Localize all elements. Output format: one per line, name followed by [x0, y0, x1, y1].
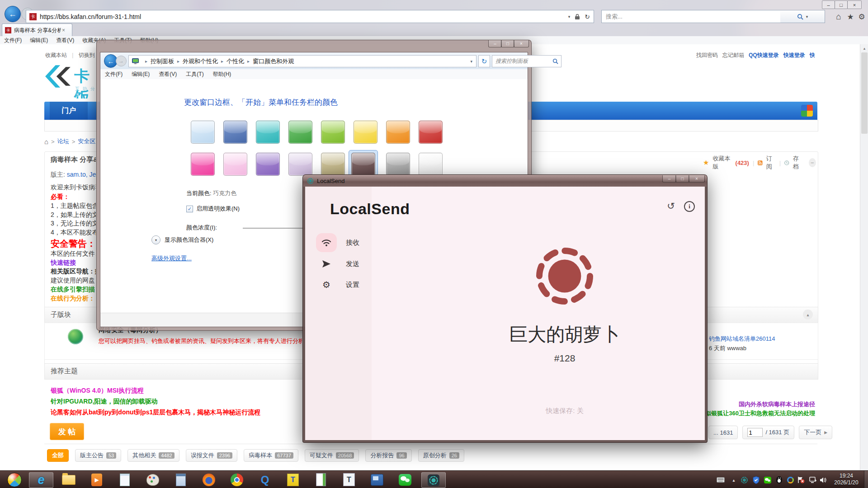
taskbar-media-player[interactable]: ▶ — [85, 472, 108, 487]
tray-qq-icon[interactable] — [775, 476, 783, 484]
collapse-up-button[interactable]: ▴ — [803, 310, 813, 319]
tray-localsend-icon[interactable] — [740, 476, 748, 484]
filter-suspicious[interactable]: 可疑文件20568 — [305, 449, 359, 462]
menu-view[interactable]: 查看(V) — [52, 37, 78, 44]
filter-report[interactable]: 分析报告96 — [365, 449, 411, 462]
link-fav-site[interactable]: 收藏本站 — [45, 52, 67, 58]
home-icon[interactable]: ⌂ — [833, 12, 844, 22]
subscribe-link[interactable]: 订阅 — [766, 155, 776, 171]
moderator-names[interactable]: sam.to, Jerry — [65, 171, 96, 178]
favorites-star-icon[interactable]: ★ — [845, 12, 856, 22]
side-link-1[interactable]: 国内外杀软病毒样本上报途径 — [707, 400, 815, 408]
next-page-button[interactable]: 下一页▶ — [799, 426, 832, 439]
color-swatch-frost[interactable] — [419, 153, 443, 176]
info-icon[interactable]: i — [684, 201, 695, 212]
taskbar-chrome[interactable] — [225, 472, 249, 487]
filter-announce[interactable]: 版主公告53 — [75, 449, 121, 462]
house-icon[interactable]: ⌂ — [44, 138, 48, 145]
tray-volume-icon[interactable] — [819, 476, 827, 484]
color-swatch-sea[interactable] — [256, 121, 280, 144]
cp-search-box[interactable]: 搜索控制面板 — [492, 55, 561, 67]
cp-maximize-button[interactable]: □ — [501, 40, 514, 47]
taskbar-firefox[interactable] — [197, 472, 221, 487]
color-swatch-lime[interactable] — [321, 121, 345, 144]
search-dropdown-icon[interactable]: ▾ — [806, 14, 808, 19]
taskbar-notepad[interactable] — [113, 472, 137, 487]
color-swatch-lavender[interactable] — [288, 153, 312, 176]
nav-item-portal[interactable]: 门户 — [50, 102, 88, 120]
link-register[interactable]: 快速注册 — [810, 52, 815, 59]
menu-edit[interactable]: 编辑(E) — [26, 37, 52, 44]
cp-menu-tools[interactable]: 工具(T) — [181, 70, 208, 78]
recommend-link-3[interactable]: 论黑客如何从bat到py到donut到ps1层层包裹木马，揭秘木马神秘运行流程 — [51, 408, 304, 417]
taskbar-t-app[interactable]: T — [281, 472, 305, 487]
taskbar-internet-explorer[interactable]: e — [29, 472, 53, 488]
taskbar-wechat[interactable] — [393, 472, 417, 487]
tray-qq-colorful-icon[interactable] — [786, 476, 794, 484]
color-swatch-fuchsia[interactable] — [191, 153, 215, 176]
tray-network-icon[interactable] — [809, 476, 817, 484]
color-swatch-violet[interactable] — [256, 153, 280, 176]
taskbar-editor[interactable] — [309, 472, 333, 487]
taskbar-paint[interactable] — [141, 472, 165, 487]
filter-other[interactable]: 其他相关4482 — [127, 449, 179, 462]
url-dropdown-icon[interactable]: ▾ — [568, 14, 571, 19]
scrollbar-thumb[interactable] — [861, 52, 868, 134]
taskbar-clock[interactable]: 19:24 2026/1/20 — [830, 473, 863, 486]
tray-hidden-icons-button[interactable]: ▴ — [730, 476, 738, 484]
filter-original[interactable]: 原创分析26 — [418, 449, 464, 462]
window-restore-button[interactable]: □ — [835, 0, 848, 9]
refresh-icon[interactable]: ↻ — [585, 13, 590, 20]
tray-keyboard-icon[interactable] — [717, 476, 725, 484]
kafan-logo[interactable]: 卡饭 互 助 分 享 — [44, 62, 96, 99]
recommend-link-1[interactable]: 银狐（WinOS 4.0）MSI执行流程 — [51, 387, 295, 395]
nav-send[interactable]: 发送 — [316, 254, 359, 273]
link-qq-login[interactable]: QQ快速登录 — [749, 52, 779, 59]
crumb-personalization[interactable]: 个性化 — [226, 57, 244, 66]
quick-save-status[interactable]: 快速保存: 关 — [452, 407, 678, 415]
tab-close-icon[interactable]: × — [62, 27, 65, 33]
window-close-button[interactable]: × — [847, 0, 862, 9]
cp-refresh-icon[interactable]: ↻ — [478, 55, 490, 67]
favorite-board-link[interactable]: 收藏本版 — [712, 155, 731, 171]
mixer-row[interactable]: ▾ 显示颜色混合器(X) — [151, 235, 213, 244]
link-find-password[interactable]: 找回密码 — [696, 52, 718, 59]
nav-receive[interactable]: 接收 — [316, 233, 359, 252]
nav-settings[interactable]: ⚙ 设置 — [316, 275, 359, 294]
cp-menu-view[interactable]: 查看(V) — [154, 70, 181, 78]
page-scrollbar[interactable]: ▴ — [860, 44, 868, 470]
browser-search-box[interactable]: 搜索... — [601, 10, 781, 23]
address-bar[interactable]: 卡 https://bbs.kafan.cn/forum-31-1.html ▾… — [26, 10, 594, 23]
color-swatch-blush[interactable] — [223, 153, 247, 176]
browser-back-button[interactable]: ← — [5, 6, 21, 22]
collapse-minus-button[interactable]: − — [809, 158, 816, 167]
intensity-slider[interactable] — [243, 228, 306, 229]
scrollbar-up-icon[interactable]: ▴ — [860, 44, 868, 52]
ls-close-button[interactable]: × — [689, 175, 705, 183]
tray-wechat-icon[interactable] — [764, 476, 772, 484]
page-number-input[interactable] — [747, 428, 763, 437]
window-minimize-button[interactable]: – — [822, 0, 835, 9]
localsend-window[interactable]: LocalSend – □ × LocalSend ↺ i 接收 发送 ⚙ 设置 — [302, 174, 708, 443]
crumb-control-panel[interactable]: 控制面板 — [151, 57, 174, 66]
side-link-2[interactable]: 似银狐让360卫士和急救箱无法启动的处理 — [698, 409, 815, 418]
tray-action-center-icon[interactable] — [797, 476, 805, 484]
archive-link[interactable]: 存档 — [793, 155, 802, 171]
show-desktop-button[interactable] — [864, 471, 868, 488]
color-swatch-twilight[interactable] — [223, 121, 247, 144]
tray-security-shield-icon[interactable] — [752, 476, 760, 484]
quick-links-label[interactable]: 快速链接 — [51, 259, 76, 267]
taskbar-tim[interactable]: T — [337, 472, 361, 487]
color-swatch-sun[interactable] — [354, 121, 377, 144]
breadcrumb-security[interactable]: 安全区 — [78, 137, 95, 145]
crumb-window-color[interactable]: 窗口颜色和外观 — [253, 57, 294, 66]
taskbar-explorer[interactable] — [57, 472, 80, 487]
crumb-dropdown-icon[interactable]: ▾ — [470, 59, 472, 64]
localsend-title-bar[interactable]: LocalSend — [303, 175, 707, 187]
menu-file[interactable]: 文件(F) — [0, 37, 26, 44]
history-icon[interactable]: ↺ — [665, 200, 677, 212]
link-forgot-mail[interactable]: 忘记邮箱 — [722, 52, 744, 59]
link-switch[interactable]: 切换到 — [79, 52, 95, 58]
color-swatch-sky[interactable] — [191, 121, 215, 144]
ls-restore-button[interactable]: □ — [675, 175, 689, 183]
